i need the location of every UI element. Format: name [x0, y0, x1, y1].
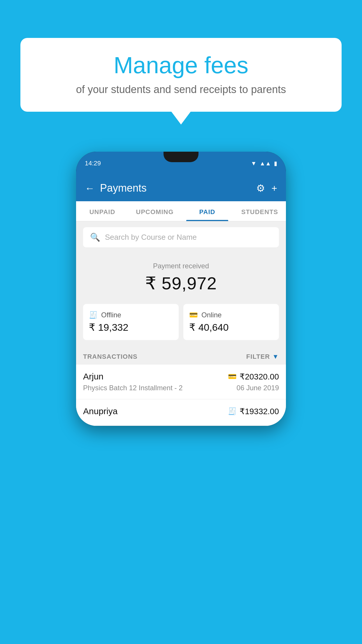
- back-button[interactable]: ←: [85, 183, 95, 194]
- tabs-bar: UNPAID UPCOMING PAID STUDENTS: [76, 201, 286, 221]
- bubble-subtitle: of your students and send receipts to pa…: [38, 83, 324, 96]
- offline-label: Offline: [101, 311, 121, 319]
- speech-bubble-container: Manage fees of your students and send re…: [20, 38, 342, 112]
- search-icon: 🔍: [90, 232, 100, 242]
- payment-total-amount: ₹ 59,972: [83, 273, 279, 293]
- online-label: Online: [201, 311, 222, 319]
- txn-offline-icon: 🧾: [228, 407, 237, 415]
- payment-cards: 🧾 Offline ₹ 19,332 💳 Online ₹ 40,640: [76, 299, 286, 347]
- signal-icon: ▲▲: [259, 160, 271, 167]
- transactions-header: TRANSACTIONS FILTER ▼: [76, 347, 286, 365]
- status-time: 14:29: [85, 160, 101, 167]
- app-header: ← Payments ⚙ +: [76, 175, 286, 201]
- filter-label: FILTER: [246, 353, 270, 360]
- offline-icon: 🧾: [89, 311, 98, 319]
- screen-content: 🔍 Search by Course or Name Payment recei…: [76, 221, 286, 426]
- online-amount: ₹ 40,640: [189, 321, 273, 333]
- tab-students[interactable]: STUDENTS: [233, 201, 286, 221]
- table-row[interactable]: Arjun 💳 ₹20320.00 Physics Batch 12 Insta…: [76, 365, 286, 399]
- filter-icon: ▼: [272, 353, 279, 360]
- page-title: Payments: [100, 182, 147, 194]
- phone-device: 14:29 ▼ ▲▲ ▮ ← Payments ⚙ +: [76, 152, 286, 426]
- search-bar[interactable]: 🔍 Search by Course or Name: [83, 227, 279, 247]
- header-left: ← Payments: [85, 182, 147, 194]
- add-icon[interactable]: +: [271, 183, 277, 194]
- status-icons: ▼ ▲▲ ▮: [251, 160, 277, 167]
- filter-button[interactable]: FILTER ▼: [246, 353, 279, 360]
- txn-amount: ₹20320.00: [240, 372, 279, 382]
- status-bar: 14:29 ▼ ▲▲ ▮: [76, 152, 286, 175]
- payment-summary: Payment received ₹ 59,972: [76, 253, 286, 299]
- txn-date: 06 June 2019: [237, 384, 279, 392]
- phone-screen: 14:29 ▼ ▲▲ ▮ ← Payments ⚙ +: [76, 152, 286, 426]
- speech-bubble: Manage fees of your students and send re…: [20, 38, 342, 112]
- payment-received-label: Payment received: [83, 262, 279, 270]
- txn-amount-wrap: 💳 ₹20320.00: [228, 372, 279, 382]
- tab-paid[interactable]: PAID: [181, 201, 233, 221]
- search-input[interactable]: Search by Course or Name: [105, 233, 197, 242]
- search-bar-wrapper: 🔍 Search by Course or Name: [76, 221, 286, 253]
- offline-amount: ₹ 19,332: [89, 321, 173, 333]
- phone-frame: 14:29 ▼ ▲▲ ▮ ← Payments ⚙ +: [76, 152, 286, 426]
- txn-name: Anupriya: [83, 406, 117, 416]
- tab-unpaid[interactable]: UNPAID: [76, 201, 129, 221]
- txn-amount: ₹19332.00: [240, 407, 279, 416]
- offline-card: 🧾 Offline ₹ 19,332: [83, 304, 179, 340]
- table-row[interactable]: Anupriya 🧾 ₹19332.00: [76, 399, 286, 426]
- transactions-label: TRANSACTIONS: [83, 353, 138, 360]
- header-right: ⚙ +: [256, 182, 277, 194]
- txn-course: Physics Batch 12 Installment - 2: [83, 384, 182, 392]
- txn-online-icon: 💳: [228, 372, 237, 381]
- online-icon: 💳: [189, 311, 198, 319]
- notch: [164, 152, 198, 162]
- wifi-icon: ▼: [251, 160, 257, 167]
- battery-icon: ▮: [274, 160, 277, 167]
- settings-icon[interactable]: ⚙: [256, 182, 265, 194]
- txn-name: Arjun: [83, 372, 103, 382]
- tab-upcoming[interactable]: UPCOMING: [129, 201, 181, 221]
- bubble-title: Manage fees: [38, 52, 324, 78]
- txn-amount-wrap: 🧾 ₹19332.00: [228, 407, 279, 416]
- online-card: 💳 Online ₹ 40,640: [183, 304, 279, 340]
